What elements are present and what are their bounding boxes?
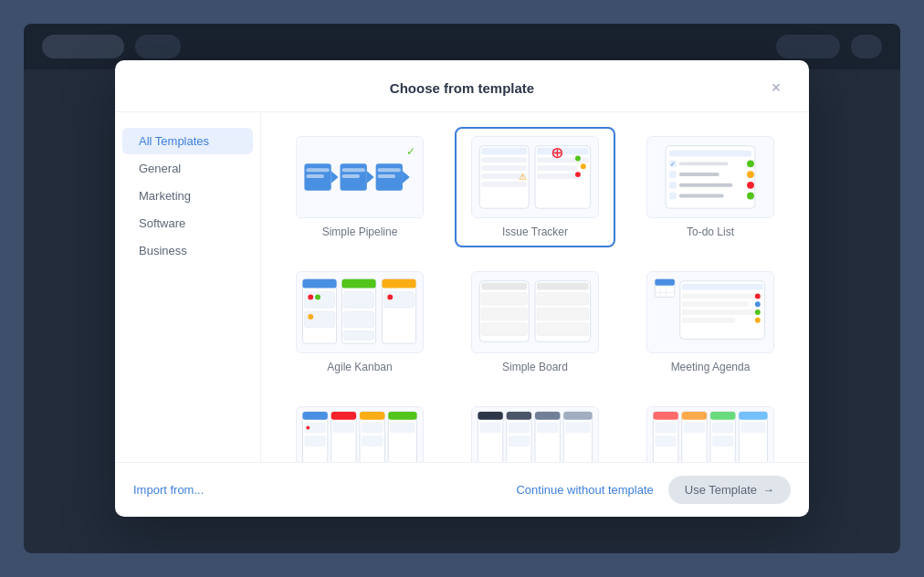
use-template-button[interactable]: Use Template →: [668, 476, 791, 504]
svg-rect-120: [509, 435, 530, 446]
svg-point-104: [306, 426, 310, 430]
svg-point-54: [315, 294, 320, 299]
svg-rect-111: [478, 412, 502, 420]
svg-rect-95: [302, 412, 327, 420]
sidebar-item-marketing[interactable]: Marketing: [122, 183, 253, 209]
svg-rect-127: [682, 412, 707, 420]
footer-right: Continue without template Use Template →: [516, 476, 791, 504]
svg-rect-134: [684, 423, 705, 434]
svg-rect-99: [360, 412, 384, 420]
sidebar-item-all[interactable]: All Templates: [122, 128, 253, 154]
svg-rect-97: [331, 412, 356, 420]
svg-rect-75: [537, 308, 589, 320]
svg-rect-119: [509, 423, 530, 434]
svg-rect-76: [537, 323, 589, 336]
svg-rect-22: [537, 148, 589, 155]
template-name-issue-tracker: Issue Tracker: [502, 226, 568, 238]
svg-rect-135: [712, 423, 733, 434]
svg-rect-12: [378, 168, 401, 172]
svg-rect-70: [481, 308, 527, 320]
modal-overlay: Choose from template × All Templates Gen…: [24, 24, 900, 553]
svg-rect-107: [362, 435, 383, 446]
svg-point-48: [747, 193, 754, 200]
svg-rect-71: [481, 323, 527, 336]
svg-text:⚠: ⚠: [519, 172, 527, 182]
svg-rect-113: [507, 412, 531, 420]
svg-rect-101: [388, 412, 416, 420]
svg-rect-59: [343, 292, 373, 309]
svg-point-89: [755, 293, 761, 299]
template-card-simple-pipeline[interactable]: ✓ Simple Pipeline: [279, 127, 440, 247]
svg-rect-84: [682, 284, 763, 290]
svg-point-45: [747, 182, 754, 189]
svg-rect-115: [535, 412, 560, 420]
template-card-bottom-1[interactable]: [279, 397, 440, 462]
svg-rect-35: [669, 151, 751, 157]
svg-point-91: [755, 309, 761, 315]
template-preview-issue-tracker: ⚠: [471, 136, 599, 218]
svg-rect-136: [712, 435, 733, 446]
svg-rect-44: [679, 184, 733, 187]
svg-rect-38: [679, 162, 729, 165]
template-card-meeting-agenda[interactable]: Meeting Agenda: [630, 262, 791, 383]
modal-header: Choose from template ×: [115, 60, 809, 112]
template-preview-bottom1: [296, 406, 424, 462]
svg-rect-85: [682, 293, 763, 299]
template-name-pipeline: Simple Pipeline: [322, 226, 398, 238]
svg-rect-132: [655, 423, 676, 434]
svg-rect-24: [537, 165, 577, 171]
svg-point-92: [755, 318, 761, 323]
svg-rect-16: [481, 148, 527, 155]
svg-rect-18: [481, 165, 527, 171]
svg-rect-10: [341, 168, 364, 172]
template-card-bottom-2[interactable]: [455, 397, 615, 462]
template-name-board: Simple Board: [502, 361, 568, 373]
svg-rect-52: [304, 292, 334, 309]
svg-rect-133: [655, 435, 676, 446]
sidebar-item-software[interactable]: Software: [122, 210, 253, 236]
template-card-bottom-3[interactable]: [630, 397, 791, 462]
svg-rect-25: [537, 173, 582, 179]
use-template-arrow: →: [762, 483, 774, 497]
template-preview-todo: ✓: [646, 136, 774, 218]
background-app: Choose from template × All Templates Gen…: [24, 24, 900, 553]
continue-without-template[interactable]: Continue without template: [516, 483, 653, 497]
svg-rect-58: [341, 279, 375, 288]
svg-rect-129: [710, 412, 735, 420]
modal-body: All Templates General Marketing Software…: [115, 112, 809, 462]
svg-point-30: [581, 163, 586, 169]
import-link[interactable]: Import from...: [133, 483, 204, 497]
svg-rect-122: [565, 423, 590, 434]
template-card-todo-list[interactable]: ✓: [630, 127, 791, 247]
svg-rect-23: [537, 157, 589, 163]
modal-footer: Import from... Continue without template…: [115, 462, 809, 517]
svg-rect-86: [682, 301, 749, 307]
svg-rect-47: [679, 194, 724, 198]
modal-title: Choose from template: [159, 80, 765, 96]
template-modal: Choose from template × All Templates Gen…: [115, 60, 809, 517]
svg-rect-11: [341, 174, 360, 178]
sidebar-item-general[interactable]: General: [122, 155, 253, 182]
template-preview-agenda: [646, 271, 774, 353]
template-card-simple-board[interactable]: Simple Board: [455, 262, 615, 383]
template-preview-kanban: [296, 271, 424, 353]
svg-rect-60: [343, 311, 373, 328]
svg-point-90: [755, 301, 761, 307]
svg-rect-117: [563, 412, 592, 420]
svg-rect-63: [382, 279, 415, 288]
sidebar-item-business[interactable]: Business: [122, 237, 253, 264]
svg-rect-68: [481, 283, 527, 290]
template-card-agile-kanban[interactable]: Agile Kanban: [279, 262, 440, 383]
svg-rect-137: [740, 423, 765, 434]
svg-rect-105: [333, 423, 354, 434]
svg-rect-20: [481, 182, 527, 187]
close-button[interactable]: ×: [765, 77, 787, 99]
template-preview-pipeline: ✓: [296, 136, 424, 218]
svg-rect-125: [653, 412, 677, 420]
templates-grid: ✓ Simple Pipeline: [261, 112, 809, 462]
template-card-issue-tracker[interactable]: ⚠ Issue Tracker: [455, 127, 615, 247]
svg-rect-131: [739, 412, 767, 420]
svg-rect-69: [481, 292, 527, 305]
use-template-label: Use Template: [685, 483, 757, 497]
svg-rect-73: [537, 283, 589, 290]
